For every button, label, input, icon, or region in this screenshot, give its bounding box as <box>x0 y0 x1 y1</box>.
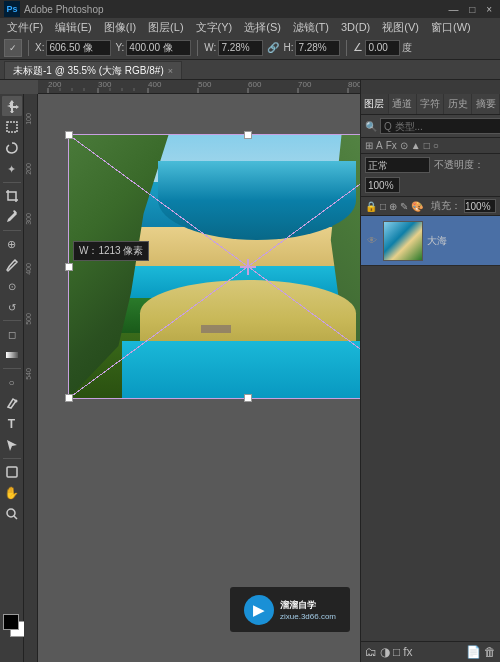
handle-bot-center[interactable] <box>244 394 252 402</box>
marquee-tool[interactable] <box>2 117 22 137</box>
fx-btn[interactable]: fx <box>403 645 412 659</box>
tab-summary[interactable]: 摘要 <box>472 94 500 114</box>
zoom-tool[interactable] <box>2 504 22 524</box>
eraser-tool[interactable]: ◻ <box>2 324 22 344</box>
healing-tool[interactable]: ⊕ <box>2 234 22 254</box>
menu-image[interactable]: 图像(I) <box>99 18 141 36</box>
ruler-panel-corner <box>360 80 500 94</box>
svg-text:100: 100 <box>25 113 32 125</box>
eyedropper-tool[interactable] <box>2 207 22 227</box>
clone-tool[interactable]: ⊙ <box>2 276 22 296</box>
w-input[interactable] <box>218 40 263 56</box>
lasso-tool[interactable] <box>2 138 22 158</box>
tab-layers[interactable]: 图层 <box>361 94 389 114</box>
y-input[interactable] <box>126 40 191 56</box>
handle-bot-left[interactable] <box>65 394 73 402</box>
menu-view[interactable]: 视图(V) <box>377 18 424 36</box>
layers-search: 🔍 ▼ <box>361 115 500 138</box>
tab-close[interactable]: × <box>168 66 173 76</box>
history-brush-tool[interactable]: ↺ <box>2 297 22 317</box>
layer-mask-btn[interactable]: □ <box>393 645 400 659</box>
new-group-btn[interactable]: 🗂 <box>365 645 377 659</box>
menu-layer[interactable]: 图层(L) <box>143 18 188 36</box>
crop-tool[interactable] <box>2 186 22 206</box>
watermark-line1: 溜溜自学 <box>280 599 336 612</box>
handle-top-center[interactable] <box>244 131 252 139</box>
angle-input[interactable] <box>365 40 400 56</box>
document-tab[interactable]: 未标题-1 @ 35.5% (大海 RGB/8#) × <box>4 61 182 79</box>
hand-tool[interactable]: ✋ <box>2 483 22 503</box>
pen-tool[interactable] <box>2 393 22 413</box>
svg-line-19 <box>14 516 17 519</box>
icon-filter[interactable]: ⊞ <box>365 140 373 151</box>
tool-preset-btn[interactable]: ✓ <box>4 39 22 57</box>
link-icon[interactable]: 🔗 <box>267 42 279 53</box>
menu-edit[interactable]: 编辑(E) <box>50 18 97 36</box>
new-layer-btn[interactable]: 📄 <box>466 645 481 659</box>
handle-top-left[interactable] <box>65 131 73 139</box>
menu-3d[interactable]: 3D(D) <box>336 18 375 36</box>
icon-circle[interactable]: ⊙ <box>400 140 408 151</box>
svg-rect-15 <box>6 352 18 358</box>
icon-adj[interactable]: ▲ <box>411 140 421 151</box>
ruler-vertical: 100 200 300 400 500 540 <box>24 94 38 662</box>
layer-item-0[interactable]: 👁 大海 <box>361 216 500 266</box>
watermark-line2: zixue.3d66.com <box>280 612 336 621</box>
menu-window[interactable]: 窗口(W) <box>426 18 476 36</box>
w-field: W: <box>204 40 263 56</box>
window-controls: — □ × <box>449 4 496 15</box>
x-input[interactable] <box>46 40 111 56</box>
move-tool[interactable] <box>2 96 22 116</box>
opacity-input[interactable] <box>365 177 400 193</box>
svg-text:300: 300 <box>25 213 32 225</box>
new-fill-adj-btn[interactable]: ◑ <box>380 645 390 659</box>
gradient-tool[interactable] <box>2 345 22 365</box>
icon-fx[interactable]: Fx <box>386 140 397 151</box>
foreground-color[interactable] <box>3 614 19 630</box>
watermark-logo: ▶ <box>244 595 274 625</box>
dodge-tool[interactable]: ○ <box>2 372 22 392</box>
layer-bottom-bar: 🗂 ◑ □ fx 📄 🗑 <box>361 641 500 662</box>
path-selection-tool[interactable] <box>2 435 22 455</box>
sep3 <box>346 40 347 56</box>
tab-history[interactable]: 历史 <box>444 94 472 114</box>
angle-field: ∠ 度 <box>353 40 412 56</box>
delete-layer-btn[interactable]: 🗑 <box>484 645 496 659</box>
lock-pos[interactable]: ⊕ <box>389 201 397 212</box>
menu-file[interactable]: 文件(F) <box>2 18 48 36</box>
text-tool[interactable]: T <box>2 414 22 434</box>
canvas-container[interactable]: W：1213 像素 <box>68 134 360 399</box>
degree-label: 度 <box>402 41 412 55</box>
magic-wand-tool[interactable]: ✦ <box>2 159 22 179</box>
icon-a[interactable]: A <box>376 140 383 151</box>
icon-toggle[interactable]: ○ <box>433 140 439 151</box>
icon-smart[interactable]: □ <box>424 140 430 151</box>
shape-tool[interactable] <box>2 462 22 482</box>
menu-filter[interactable]: 滤镜(T) <box>288 18 334 36</box>
lock-art[interactable]: 🎨 <box>411 201 423 212</box>
menu-select[interactable]: 选择(S) <box>239 18 286 36</box>
svg-text:200: 200 <box>25 163 32 175</box>
blend-mode-select[interactable]: 正常 <box>365 157 430 173</box>
lock-all[interactable]: □ <box>380 201 386 212</box>
ruler-horizontal: 200 300 400 500 600 700 800 900 1000 <box>38 80 360 94</box>
tab-label: 未标题-1 @ 35.5% (大海 RGB/8#) <box>13 64 164 78</box>
fill-input[interactable] <box>464 199 496 213</box>
lock-px[interactable]: ✎ <box>400 201 408 212</box>
sep1 <box>28 40 29 56</box>
watermark-text: 溜溜自学 zixue.3d66.com <box>280 599 336 621</box>
tab-channels[interactable]: 通道 <box>389 94 417 114</box>
brush-tool[interactable] <box>2 255 22 275</box>
svg-text:540: 540 <box>25 368 32 380</box>
layer-visibility-0[interactable]: 👁 <box>365 234 379 248</box>
handle-mid-left[interactable] <box>65 263 73 271</box>
tool-sep3 <box>3 320 21 321</box>
transform-crosshair <box>240 259 256 275</box>
h-input[interactable] <box>295 40 340 56</box>
menu-text[interactable]: 文字(Y) <box>191 18 238 36</box>
watermark-logo-text: ▶ <box>253 602 264 618</box>
tab-character[interactable]: 字符 <box>417 94 445 114</box>
y-label: Y: <box>115 42 124 53</box>
layers-search-input[interactable] <box>380 118 500 134</box>
title-bar: Ps Adobe Photoshop — □ × <box>0 0 500 18</box>
